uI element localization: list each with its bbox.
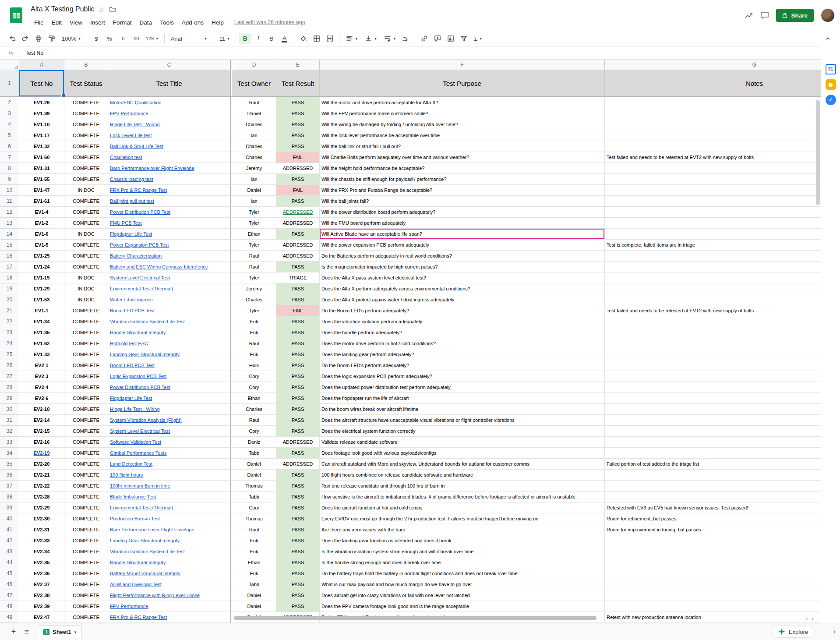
merge-cells-button[interactable]: [324, 33, 336, 44]
header-test-owner[interactable]: Test Owner: [232, 70, 276, 97]
cell-test-status[interactable]: IN DOC: [64, 294, 108, 305]
cell-notes[interactable]: Room for refinement, but passes: [605, 513, 821, 524]
cell-test-result[interactable]: PASS: [276, 119, 320, 130]
cell-test-no[interactable]: EV2-1: [19, 360, 64, 371]
cell-notes[interactable]: [605, 437, 821, 448]
cell-test-owner[interactable]: Charles: [232, 141, 276, 152]
row-header[interactable]: 33: [0, 437, 19, 448]
row-header[interactable]: 49: [0, 612, 19, 623]
cell-test-purpose[interactable]: What is our max payload and how much mar…: [320, 579, 605, 590]
cell-test-no[interactable]: EV2-21: [19, 470, 64, 481]
cell-test-status[interactable]: COMPLETE: [64, 415, 108, 426]
cell-test-result[interactable]: PASS: [276, 481, 320, 491]
cell-test-purpose[interactable]: Do the Boom LED's perform adequately?: [320, 360, 605, 371]
vertical-scrollbar[interactable]: [816, 100, 820, 205]
cell-test-title[interactable]: Power Expansion PCB Test: [108, 240, 230, 251]
cell-notes[interactable]: [605, 404, 821, 415]
row-header[interactable]: 16: [0, 251, 19, 262]
paint-format-button[interactable]: [46, 33, 58, 44]
cell-test-result[interactable]: PASS: [276, 174, 320, 185]
text-rotation-button[interactable]: [399, 33, 412, 44]
cell-test-purpose[interactable]: Will the FRX Pro and Futaba Range be acc…: [320, 185, 605, 196]
row-header[interactable]: 10: [0, 185, 19, 196]
chevron-down-icon[interactable]: ▾: [74, 630, 77, 634]
cell-test-no[interactable]: EV1-4: [19, 207, 64, 218]
cell-test-result[interactable]: PASS: [276, 97, 320, 108]
cell-test-title[interactable]: Vibration Isolation System Life Test: [108, 546, 230, 557]
cell-test-no[interactable]: EV2-36: [19, 568, 64, 579]
cell-test-owner[interactable]: Daniel: [232, 108, 276, 119]
cell-test-purpose[interactable]: Does the electrical system function corr…: [320, 426, 605, 437]
cell-test-owner[interactable]: Tyler: [232, 218, 276, 229]
cell-test-purpose[interactable]: Are there any aero issues with the baro: [320, 524, 605, 535]
cell-test-status[interactable]: COMPLETE: [64, 119, 108, 130]
cell-test-purpose[interactable]: Validate release candidate software: [320, 437, 605, 448]
cell-test-title[interactable]: Motor/ESC Qualification: [108, 97, 230, 108]
cell-test-purpose[interactable]: Does the Alta X perform adequately acros…: [320, 283, 605, 294]
cell-test-result[interactable]: PASS: [276, 338, 320, 349]
row-header[interactable]: 34: [0, 448, 19, 459]
row-header[interactable]: 41: [0, 524, 19, 535]
row-header[interactable]: 2: [0, 97, 19, 108]
cell-test-status[interactable]: COMPLETE: [64, 568, 108, 579]
explore-button[interactable]: Explore: [772, 626, 815, 638]
cell-test-status[interactable]: COMPLETE: [64, 141, 108, 152]
cell-test-title[interactable]: Ball Link & Strut Life Test: [108, 141, 230, 152]
header-test-status[interactable]: Test Status: [64, 70, 108, 97]
cell-test-owner[interactable]: Thomas: [232, 513, 276, 524]
more-formats-button[interactable]: 123▾: [143, 33, 161, 44]
cell-test-no[interactable]: EV1-17: [19, 130, 64, 141]
move-folder-icon[interactable]: [109, 6, 116, 12]
cell-test-title[interactable]: Production Burn-in Test: [108, 513, 230, 524]
cell-test-no[interactable]: EV1-60: [19, 152, 64, 163]
cell-test-purpose[interactable]: Will the FMU board perform adequately: [320, 218, 605, 229]
cell-test-owner[interactable]: Raul: [232, 251, 276, 262]
cell-test-owner[interactable]: Charles: [232, 152, 276, 163]
cell-test-title[interactable]: Landing Gear Structural Integrity: [108, 535, 230, 546]
row-header[interactable]: 20: [0, 294, 19, 305]
cell-test-title[interactable]: Land Detection Test: [108, 459, 230, 470]
cell-test-purpose[interactable]: Will Charlie Bolts perform adequately ov…: [320, 152, 605, 163]
cell-test-title[interactable]: Battery Characterization: [108, 251, 230, 262]
row-header[interactable]: 26: [0, 360, 19, 371]
row-header[interactable]: 6: [0, 141, 19, 152]
cell-test-owner[interactable]: Tyler: [232, 240, 276, 251]
cell-test-result[interactable]: TRIAGE: [276, 272, 320, 283]
cell-test-status[interactable]: COMPLETE: [64, 262, 108, 272]
cell-test-result[interactable]: ADDRESSED: [276, 459, 320, 470]
cell-test-title[interactable]: Baro Performance over Flight Envelope: [108, 524, 230, 535]
cell-notes[interactable]: [605, 590, 821, 601]
menu-tools[interactable]: Tools: [156, 18, 177, 27]
font-size-select[interactable]: 11▾: [216, 33, 233, 44]
cell-notes[interactable]: [605, 218, 821, 229]
menu-insert[interactable]: Insert: [87, 18, 109, 27]
row-header[interactable]: 37: [0, 481, 19, 491]
cell-test-title[interactable]: 100hr minimum Burn in time: [108, 481, 230, 491]
cell-test-title[interactable]: Power Distribution PCB Test: [108, 207, 230, 218]
add-sheet-button[interactable]: +: [7, 625, 20, 638]
column-header-F[interactable]: F: [320, 60, 605, 70]
cell-test-purpose[interactable]: Will the power distribution board perfor…: [320, 207, 605, 218]
cell-test-status[interactable]: COMPLETE: [64, 470, 108, 481]
row-header[interactable]: 40: [0, 513, 19, 524]
cell-test-status[interactable]: COMPLETE: [64, 502, 108, 513]
cell-test-status[interactable]: COMPLETE: [64, 174, 108, 185]
cell-test-status[interactable]: COMPLETE: [64, 590, 108, 601]
cell-test-title[interactable]: FPV Performance: [108, 108, 230, 119]
cell-test-result[interactable]: PASS: [276, 360, 320, 371]
row-header[interactable]: 7: [0, 152, 19, 163]
cell-test-result[interactable]: PASS: [276, 294, 320, 305]
cell-test-status[interactable]: COMPLETE: [64, 163, 108, 174]
menu-help[interactable]: Help: [208, 18, 227, 27]
cell-test-title[interactable]: System Vibration Analysis (Flight): [108, 415, 230, 426]
cell-test-purpose[interactable]: How senstive is the aircraft to imbalanc…: [320, 491, 605, 502]
cell-test-purpose[interactable]: Do the boom wires break over aircraft li…: [320, 404, 605, 415]
all-sheets-button[interactable]: ≡: [20, 625, 33, 638]
row-header[interactable]: 46: [0, 579, 19, 590]
cell-test-status[interactable]: COMPLETE: [64, 316, 108, 327]
cell-test-result[interactable]: PASS: [276, 470, 320, 481]
row-header[interactable]: 47: [0, 590, 19, 601]
borders-button[interactable]: [311, 33, 323, 44]
cell-notes[interactable]: Retest with new production antenna locat…: [605, 612, 821, 623]
cell-notes[interactable]: [605, 196, 821, 207]
